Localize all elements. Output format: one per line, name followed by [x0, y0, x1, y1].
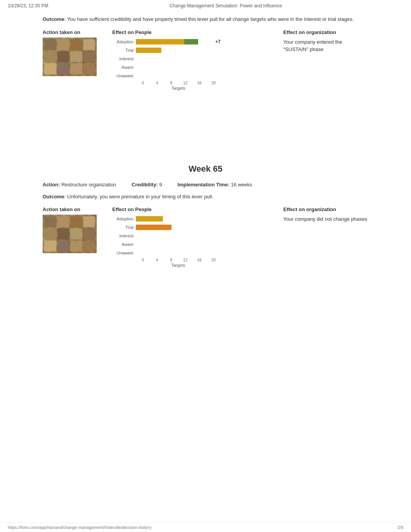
blurred-block	[44, 216, 57, 227]
x-tick-4-65: 4	[150, 258, 164, 262]
blurred-block	[70, 228, 82, 239]
meta-action: Action: Restructure organization	[43, 182, 116, 188]
blurred-block	[83, 51, 96, 62]
blurred-block	[83, 39, 96, 50]
x-tick-20-1: 20	[207, 81, 221, 85]
blurred-block	[57, 216, 70, 227]
blurred-block	[44, 228, 57, 239]
chart-bar-area-trial-1	[136, 48, 221, 53]
blurred-block	[44, 63, 57, 74]
action-row-1: Action taken on	[43, 29, 368, 90]
action-label: Action:	[43, 182, 60, 188]
chart-bar-area-unaware-65	[136, 250, 221, 256]
credibility-label: Credibility:	[132, 182, 158, 188]
blurred-block	[44, 39, 57, 50]
blurred-block	[70, 240, 82, 252]
x-tick-4-1: 4	[150, 81, 164, 85]
chart-bar-area-aware-65	[136, 242, 221, 247]
chart-label-aware-65: Aware	[112, 242, 134, 247]
blurred-block	[57, 39, 70, 50]
credibility-value: 9	[159, 182, 162, 188]
x-tick-0-1: 0	[136, 81, 150, 85]
chart-row-adoption-1: Adoption +7	[112, 38, 221, 45]
chart-bar-area-interest-1	[136, 56, 221, 61]
footer-bar: https://forio.com/app/harvard/change-man…	[0, 522, 411, 532]
effect-org-label-1: Effect on organization	[283, 29, 368, 35]
chart-row-adoption-65: Adoption	[112, 215, 221, 222]
x-tick-20-65: 20	[207, 258, 221, 262]
footer-pagination: 2/9	[397, 525, 403, 530]
chart-label-interest-65: Interest	[112, 234, 134, 238]
bar-adoption-green-1	[184, 39, 198, 44]
x-label-65: Targets	[112, 263, 221, 268]
chart-label-unaware-65: Unaware	[112, 251, 134, 255]
outcome-value-65: Unfortunately, you were premature in you…	[67, 194, 214, 200]
blurred-block	[83, 216, 96, 227]
outcome-value-1: You have sufficient credibility and have…	[67, 16, 354, 22]
chart-bar-area-interest-65	[136, 233, 221, 239]
top-bar: 10/29/23, 12:35 PM Change Management Sim…	[0, 0, 411, 12]
blurred-block	[83, 228, 96, 239]
action-value: Restructure organization	[61, 182, 116, 188]
chart-label-adoption-65: Adoption	[112, 217, 134, 221]
chart-1: Adoption +7 Trial	[112, 38, 221, 90]
chart-bar-area-aware-1	[136, 65, 221, 70]
timestamp: 10/29/23, 12:35 PM	[8, 3, 48, 9]
x-tick-16-65: 16	[192, 258, 207, 262]
meta-row-65: Action: Restructure organization Credibi…	[43, 182, 368, 188]
x-tick-0-65: 0	[136, 258, 150, 262]
chart-row-aware-1: Aware	[112, 64, 221, 71]
blurred-block	[57, 63, 70, 74]
chart-row-interest-1: Interest	[112, 55, 221, 62]
x-label-1: Targets	[112, 86, 221, 90]
effect-people-65: Effect on People Adoption Trial	[112, 206, 272, 268]
effect-org-1: Effect on organization Your company ente…	[283, 29, 368, 53]
outcome-text-1: Outcome: You have sufficient credibility…	[43, 15, 368, 23]
chart-bar-area-adoption-1	[136, 39, 214, 44]
effect-people-label-1: Effect on People	[112, 29, 272, 35]
action-taken-label-65: Action taken on	[43, 206, 101, 212]
chart-65: Adoption Trial Interest	[112, 215, 221, 268]
chart-label-aware-1: Aware	[112, 65, 134, 70]
blurred-block	[57, 51, 70, 62]
blurred-block	[70, 39, 82, 50]
chart-label-adoption-1: Adoption	[112, 39, 134, 44]
effect-people-label-65: Effect on People	[112, 206, 272, 212]
x-tick-12-1: 12	[178, 81, 193, 85]
outcome-label-1: Outcome	[43, 16, 64, 22]
action-image-1	[43, 38, 97, 76]
blurred-block	[57, 228, 70, 239]
x-axis-1: 0 4 8 12 16 20	[112, 81, 221, 85]
effect-org-65: Effect on organization Your company did …	[283, 206, 368, 223]
effect-org-text-65: Your company did not change phases	[283, 215, 368, 223]
chart-label-unaware-1: Unaware	[112, 73, 134, 78]
chart-row-trial-1: Trial	[112, 47, 221, 54]
blurred-block	[83, 63, 96, 74]
chart-row-unaware-65: Unaware	[112, 249, 221, 256]
bar-adoption-65	[136, 216, 163, 222]
bar-adoption-yellow-1	[136, 39, 184, 44]
dual-bar-adoption-1	[136, 39, 214, 44]
chart-row-interest-65: Interest	[112, 232, 221, 239]
effect-people-1: Effect on People Adoption +7 Trial	[112, 29, 272, 90]
blurred-block	[70, 63, 82, 74]
footer-url: https://forio.com/app/harvard/change-man…	[8, 525, 151, 530]
x-axis-65: 0 4 8 12 16 20	[112, 258, 221, 262]
effect-org-label-65: Effect on organization	[283, 206, 368, 212]
week-header: Week 65	[43, 164, 368, 174]
blurred-block	[70, 51, 82, 62]
outcome-label-65: Outcome	[43, 194, 64, 200]
plus-label-1: +7	[215, 39, 221, 44]
page-title: Change Management Simulation: Power and …	[170, 3, 282, 9]
blurred-block	[44, 240, 57, 252]
chart-row-trial-65: Trial	[112, 224, 221, 231]
action-taken-on-65: Action taken on	[43, 206, 101, 253]
blurred-block	[57, 240, 70, 252]
main-content: Outcome: You have sufficient credibility…	[0, 12, 411, 287]
action-taken-label-1: Action taken on	[43, 29, 101, 35]
x-tick-8-1: 8	[164, 81, 178, 85]
blurred-block	[44, 51, 57, 62]
bar-trial-65	[136, 225, 171, 230]
blurred-blocks-1	[43, 38, 97, 76]
x-tick-16-1: 16	[192, 81, 207, 85]
